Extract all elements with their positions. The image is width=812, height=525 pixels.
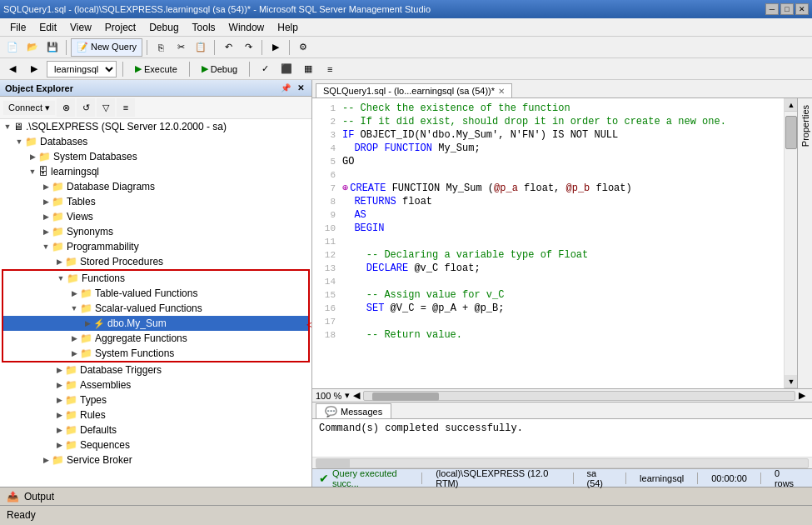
messages-tab[interactable]: 💬 Messages — [316, 403, 391, 418]
text-results-btn[interactable]: ≡ — [321, 60, 339, 78]
expand-system-dbs[interactable]: ▶ — [27, 151, 38, 162]
tree-types[interactable]: ▶ 📁 Types — [0, 392, 311, 408]
expand-scalar-valued[interactable]: ▼ — [68, 302, 80, 314]
save-btn[interactable]: 💾 — [43, 38, 62, 57]
expand-synonyms[interactable]: ▶ — [40, 226, 52, 238]
expand-db-triggers[interactable]: ▶ — [53, 364, 65, 376]
tab-close-btn[interactable]: ✕ — [498, 87, 505, 96]
run-btn[interactable]: ▶ — [267, 38, 285, 57]
tree-service-broker[interactable]: ▶ 📁 Service Broker — [0, 452, 311, 468]
menu-project[interactable]: Project — [98, 20, 142, 35]
editor-vscroll[interactable]: ▲ ▼ — [784, 98, 797, 388]
expand-db-diagrams[interactable]: ▶ — [40, 181, 52, 192]
tree-rules[interactable]: ▶ 📁 Rules — [0, 408, 311, 422]
menu-file[interactable]: File — [3, 20, 32, 35]
tree-dbo-my-sum[interactable]: ▶ ⚡ dbo.My_Sum ◁ — [3, 316, 308, 331]
open-btn[interactable]: 📂 — [23, 38, 42, 57]
tree-system-dbs[interactable]: ▶ 📁 System Databases — [0, 149, 311, 164]
tree-system-functions[interactable]: ▶ 📁 System Functions — [3, 346, 308, 361]
new-file-btn[interactable]: 📄 — [3, 38, 22, 57]
tree-programmability[interactable]: ▼ 📁 Programmability — [0, 239, 311, 254]
tree-aggregate-functions[interactable]: ▶ 📁 Aggregate Functions — [3, 331, 308, 346]
expand-root[interactable]: ▼ — [2, 121, 13, 132]
cancel-btn[interactable]: ⬛ — [277, 60, 296, 78]
hscroll-bar[interactable] — [363, 391, 795, 401]
tree-root[interactable]: ▼ 🖥 .\SQLEXPRESS (SQL Server 12.0.2000 -… — [0, 119, 311, 134]
expand-tables[interactable]: ▶ — [40, 196, 52, 208]
expand-programmability[interactable]: ▼ — [40, 241, 52, 252]
panel-controls[interactable]: 📌 ✕ — [278, 82, 306, 93]
properties-label[interactable]: Properties — [799, 98, 812, 153]
cut-btn[interactable]: ✂ — [172, 38, 190, 57]
menu-debug[interactable]: Debug — [142, 20, 185, 35]
menu-edit[interactable]: Edit — [32, 20, 63, 35]
tree-db-triggers[interactable]: ▶ 📁 Database Triggers — [0, 362, 311, 378]
toolbar2-btn1[interactable]: ◀ — [3, 60, 22, 78]
expand-table-valued[interactable]: ▶ — [68, 288, 80, 299]
vscroll-track[interactable] — [785, 112, 797, 375]
tree-defaults[interactable]: ▶ 📁 Defaults — [0, 422, 311, 438]
tree-functions[interactable]: ▼ 📁 Functions — [3, 271, 308, 286]
menu-view[interactable]: View — [63, 20, 98, 35]
close-panel-btn[interactable]: ✕ — [295, 82, 306, 93]
maximize-btn[interactable]: □ — [780, 3, 794, 15]
pin-btn[interactable]: 📌 — [278, 82, 293, 93]
connect-btn[interactable]: Connect ▾ — [3, 101, 55, 115]
results-btn[interactable]: ▦ — [299, 60, 317, 78]
scroll-left-btn[interactable]: ◀ — [353, 390, 360, 401]
expand-types[interactable]: ▶ — [53, 394, 65, 406]
menu-help[interactable]: Help — [271, 20, 305, 35]
summary-btn[interactable]: ≡ — [117, 98, 135, 117]
tree-table-valued[interactable]: ▶ 📁 Table-valued Functions — [3, 286, 308, 301]
expand-rules[interactable]: ▶ — [53, 409, 65, 421]
zoom-dropdown-btn[interactable]: ▾ — [345, 390, 350, 401]
tree-scalar-valued[interactable]: ▼ 📁 Scalar-valued Functions — [3, 301, 308, 316]
hscroll-thumb[interactable] — [372, 392, 439, 401]
tree-assemblies[interactable]: ▶ 📁 Assemblies — [0, 378, 311, 392]
tree-sequences[interactable]: ▶ 📁 Sequences — [0, 438, 311, 452]
code-content[interactable]: -- Check the existence of the function -… — [342, 102, 777, 385]
expand-aggregate[interactable]: ▶ — [68, 332, 80, 344]
tree-databases[interactable]: ▼ 📁 Databases — [0, 134, 311, 149]
copy-btn[interactable]: ⎘ — [152, 38, 170, 57]
execute-btn[interactable]: ▶ Execute — [129, 61, 183, 77]
refresh-btn[interactable]: ↺ — [77, 98, 95, 117]
scroll-right-btn[interactable]: ▶ — [799, 390, 805, 401]
expand-sequences[interactable]: ▶ — [53, 439, 65, 451]
tree-db-diagrams[interactable]: ▶ 📁 Database Diagrams — [0, 179, 311, 194]
disconnect-btn[interactable]: ⊗ — [57, 98, 75, 117]
expand-dbo-my-sum[interactable]: ▶ — [82, 318, 93, 329]
expand-functions[interactable]: ▼ — [55, 272, 67, 284]
expand-databases[interactable]: ▼ — [13, 136, 25, 148]
vscroll-down[interactable]: ▼ — [785, 375, 798, 388]
paste-btn[interactable]: 📋 — [192, 38, 210, 57]
menu-window[interactable]: Window — [222, 20, 271, 35]
editor-tab[interactable]: SQLQuery1.sql - (lo...earningsql (sa (54… — [316, 83, 512, 98]
expand-views[interactable]: ▶ — [40, 211, 52, 222]
tree-learningsql[interactable]: ▼ 🗄 learningsql — [0, 164, 311, 179]
new-query-btn[interactable]: 📝 New Query — [71, 38, 142, 57]
expand-defaults[interactable]: ▶ — [53, 424, 65, 436]
tree-synonyms[interactable]: ▶ 📁 Synonyms — [0, 224, 311, 239]
menu-tools[interactable]: Tools — [186, 20, 222, 35]
expand-assemblies[interactable]: ▶ — [53, 379, 65, 391]
expand-system-functions[interactable]: ▶ — [68, 348, 80, 359]
vscroll-up[interactable]: ▲ — [785, 98, 798, 112]
window-controls[interactable]: ─ □ ✕ — [765, 3, 809, 15]
tree-tables[interactable]: ▶ 📁 Tables — [0, 194, 311, 209]
settings-btn[interactable]: ⚙ — [294, 38, 312, 57]
tree-views[interactable]: ▶ 📁 Views — [0, 209, 311, 224]
expand-service-broker[interactable]: ▶ — [40, 454, 52, 466]
debug-btn[interactable]: ▶ Debug — [196, 61, 243, 77]
toolbar2-btn2[interactable]: ▶ — [25, 60, 43, 78]
tree-stored-procs[interactable]: ▶ 📁 Stored Procedures — [0, 254, 311, 269]
close-btn[interactable]: ✕ — [795, 3, 809, 15]
expand-stored-procs[interactable]: ▶ — [53, 256, 65, 268]
redo-btn[interactable]: ↷ — [239, 38, 257, 57]
expand-learningsql[interactable]: ▼ — [27, 166, 38, 178]
filter-btn[interactable]: ▽ — [97, 98, 115, 117]
parse-btn[interactable]: ✓ — [256, 60, 274, 78]
properties-sidebar[interactable]: Properties — [797, 98, 812, 388]
code-editor[interactable]: 1234 5678 9101112 13141516 1718 -- Check… — [312, 98, 784, 388]
database-selector[interactable]: learningsql — [47, 61, 117, 78]
